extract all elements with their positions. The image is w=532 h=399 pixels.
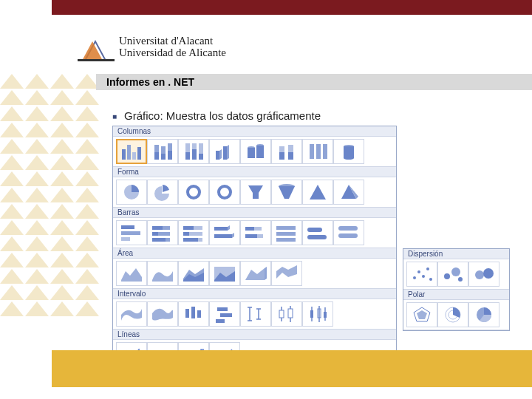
svg-rect-62 xyxy=(214,227,228,231)
chart-range-smooth[interactable] xyxy=(147,301,178,327)
chart-bar-cyl[interactable] xyxy=(302,220,333,245)
svg-rect-89 xyxy=(220,313,232,317)
svg-rect-59 xyxy=(183,232,189,236)
svg-marker-41 xyxy=(248,185,263,199)
chart-polar[interactable] xyxy=(437,302,468,327)
chart-bar-3d-stacked[interactable] xyxy=(240,220,271,245)
chart-boxplot[interactable] xyxy=(271,301,302,327)
svg-point-117 xyxy=(475,270,484,279)
svg-point-110 xyxy=(417,270,420,273)
chart-pyramid-3d[interactable] xyxy=(333,180,364,205)
chart-radar[interactable] xyxy=(406,302,437,327)
chart-column-stacked[interactable] xyxy=(147,139,178,164)
svg-rect-47 xyxy=(121,225,134,229)
chart-rangecolumn[interactable] xyxy=(178,301,209,327)
chart-area[interactable] xyxy=(116,261,147,286)
section-label: Columnas xyxy=(113,126,396,137)
svg-rect-70 xyxy=(276,226,296,230)
section-label: Área xyxy=(113,248,396,259)
gallery-section-barras: Barras xyxy=(113,208,396,248)
chart-area-stacked[interactable] xyxy=(178,261,209,286)
svg-rect-50 xyxy=(152,226,163,230)
chart-bar-3d[interactable] xyxy=(209,220,240,245)
svg-rect-66 xyxy=(245,227,254,231)
svg-point-115 xyxy=(451,267,460,276)
chart-type-gallery: Columnas Forma Barras xyxy=(112,126,397,371)
gallery-section-intervalo: Intervalo xyxy=(113,289,396,330)
svg-rect-68 xyxy=(245,234,257,238)
svg-point-111 xyxy=(422,275,425,278)
svg-rect-100 xyxy=(288,309,293,318)
chart-column-cylinder-2[interactable] xyxy=(333,139,364,164)
bullet-item: Gráfico: Muestra los datos gráficamente xyxy=(112,109,321,122)
chart-bar-3d-100[interactable] xyxy=(271,220,302,245)
chart-bubble[interactable] xyxy=(437,262,468,287)
chart-candlestick[interactable] xyxy=(302,301,333,327)
svg-rect-69 xyxy=(257,234,263,238)
chart-area-100[interactable] xyxy=(209,261,240,286)
chart-column-100stacked[interactable] xyxy=(178,139,209,164)
chart-funnel[interactable] xyxy=(240,180,271,205)
footer-bar xyxy=(52,350,532,387)
chart-bubble-3d[interactable] xyxy=(468,262,499,287)
svg-rect-74 xyxy=(307,235,327,239)
chart-area-range[interactable] xyxy=(271,261,302,286)
svg-rect-31 xyxy=(310,144,314,159)
chart-range[interactable] xyxy=(116,301,147,327)
slide-title-bar: Informes en . NET xyxy=(96,74,532,90)
svg-rect-61 xyxy=(183,238,198,242)
chart-bar-100stacked[interactable] xyxy=(178,220,209,245)
svg-rect-48 xyxy=(121,231,140,235)
svg-rect-75 xyxy=(338,226,358,231)
chart-pie-exploded[interactable] xyxy=(147,180,178,205)
chart-column-clustered[interactable] xyxy=(116,139,147,164)
chart-area-3d[interactable] xyxy=(240,261,271,286)
section-label: Forma xyxy=(113,167,396,177)
svg-marker-43 xyxy=(279,186,295,199)
chart-column-3d[interactable] xyxy=(209,139,240,164)
bullet-text: Gráfico: Muestra los datos gráficamente xyxy=(124,109,321,122)
svg-rect-14 xyxy=(185,152,190,160)
section-label: Intervalo xyxy=(113,289,396,299)
section-label: Barras xyxy=(113,208,396,218)
university-logo-icon xyxy=(78,33,115,62)
chart-funnel-3d[interactable] xyxy=(271,180,302,205)
svg-rect-72 xyxy=(276,238,296,242)
svg-rect-55 xyxy=(166,238,170,242)
svg-rect-53 xyxy=(158,232,170,236)
chart-bar-cyl-2[interactable] xyxy=(333,220,364,245)
svg-point-116 xyxy=(458,277,463,282)
svg-rect-16 xyxy=(192,149,197,160)
chart-column-cylinder[interactable] xyxy=(240,139,271,164)
chart-column-3d-stacked[interactable] xyxy=(271,139,302,164)
chart-scatter[interactable] xyxy=(406,262,437,287)
svg-rect-10 xyxy=(161,154,166,160)
gallery-section-forma: Forma xyxy=(113,167,396,208)
chart-pie[interactable] xyxy=(116,180,147,205)
chart-errorbar[interactable] xyxy=(240,301,271,327)
svg-rect-28 xyxy=(279,146,284,152)
svg-marker-65 xyxy=(232,233,234,238)
chart-area-smooth[interactable] xyxy=(147,261,178,286)
chart-polar-filled[interactable] xyxy=(468,302,499,327)
chart-doughnut-2[interactable] xyxy=(209,180,240,205)
svg-rect-32 xyxy=(316,144,321,159)
chart-pyramid[interactable] xyxy=(302,180,333,205)
chart-bar-clustered[interactable] xyxy=(116,220,147,245)
chart-bar-stacked[interactable] xyxy=(147,220,178,245)
section-label: Polar xyxy=(403,290,509,300)
svg-rect-30 xyxy=(288,145,293,152)
svg-point-113 xyxy=(429,278,432,281)
svg-marker-44 xyxy=(310,185,326,200)
university-line-1: Universitat d'Alacant xyxy=(119,35,226,47)
svg-point-114 xyxy=(444,273,450,279)
header-bar xyxy=(52,0,532,15)
university-logo-block: Universitat d'Alacant Universidad de Ali… xyxy=(78,33,226,62)
chart-rangebar[interactable] xyxy=(209,301,240,327)
chart-doughnut[interactable] xyxy=(178,180,209,205)
svg-rect-57 xyxy=(183,226,194,230)
section-label: Líneas xyxy=(113,330,396,340)
svg-marker-120 xyxy=(417,310,427,319)
svg-rect-88 xyxy=(217,307,228,311)
chart-column-3d-100[interactable] xyxy=(302,139,333,164)
